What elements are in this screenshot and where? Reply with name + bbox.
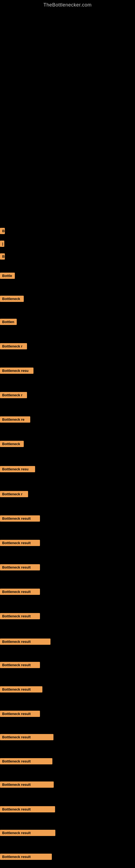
bottleneck-result-item: Bottleneck result (0, 662, 40, 668)
bottleneck-result-item: Bottleneck result (0, 781, 54, 788)
bottleneck-result-item: Bottleneck result (0, 589, 40, 595)
bottleneck-result-item: Bottleneck result (0, 613, 40, 619)
bottleneck-result-item: Bottleneck result (0, 758, 52, 764)
bottleneck-result-item: Bottleneck result (0, 711, 40, 717)
bottleneck-result-item: Bottleneck r (0, 343, 27, 349)
bottleneck-result-item: Bottleneck result (0, 686, 42, 692)
bottleneck-result-item: Bottleneck result (0, 854, 52, 860)
bottleneck-result-item: Bottleneck r (0, 491, 28, 497)
bottleneck-result-item: Bottleneck re (0, 416, 30, 423)
bottleneck-result-item: | (0, 241, 4, 247)
bottleneck-result-item: Bottleneck result (0, 639, 50, 645)
bottleneck-result-item: Bottleneck result (0, 516, 40, 522)
bottleneck-result-item: Bottleneck resu (0, 368, 34, 374)
bottleneck-result-item: Bottleneck result (0, 564, 40, 570)
bottleneck-result-item: B (0, 253, 5, 259)
bottleneck-result-item: Bottleneck result (0, 540, 40, 546)
bottleneck-result-item: Bottleneck result (0, 806, 55, 812)
bottleneck-result-item: Bottleneck resu (0, 466, 35, 472)
bottleneck-result-item: Bottleneck result (0, 830, 55, 836)
bottleneck-result-item: Bottleneck (0, 296, 24, 302)
bottleneck-result-item: Bottleneck (0, 441, 24, 447)
bottleneck-result-item: Bottleneck r (0, 392, 27, 398)
bottleneck-result-item: Bottleneck result (0, 734, 53, 740)
bottleneck-result-item: B (0, 228, 5, 234)
site-title: TheBottlenecker.com (0, 0, 135, 8)
bottleneck-result-item: Bottlen (0, 319, 17, 325)
bottleneck-result-item: Bottle (0, 273, 15, 279)
